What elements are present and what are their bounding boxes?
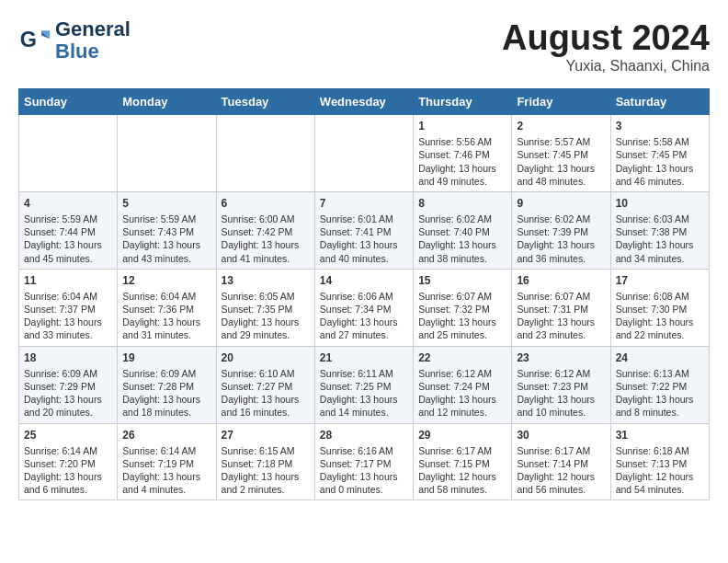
day-cell: 15Sunrise: 6:07 AMSunset: 7:32 PMDayligh… <box>414 269 512 346</box>
day-info: Sunrise: 6:12 AM <box>418 367 506 380</box>
day-info: Daylight: 12 hours <box>517 470 605 483</box>
day-info: and 27 minutes. <box>320 328 408 341</box>
day-info: Daylight: 13 hours <box>616 316 704 328</box>
day-info: Sunrise: 6:15 AM <box>222 444 310 457</box>
header-cell-thursday: Thursday <box>414 89 512 115</box>
day-number: 22 <box>418 350 506 365</box>
day-cell <box>314 115 413 192</box>
day-cell: 5Sunrise: 5:59 AMSunset: 7:43 PMDaylight… <box>118 191 216 269</box>
day-info: Sunset: 7:42 PM <box>222 225 310 238</box>
header-cell-monday: Monday <box>118 89 216 115</box>
day-cell: 8Sunrise: 6:02 AMSunset: 7:40 PMDaylight… <box>414 191 512 269</box>
week-row-4: 18Sunrise: 6:09 AMSunset: 7:29 PMDayligh… <box>19 346 710 423</box>
day-info: Sunset: 7:35 PM <box>222 303 310 316</box>
day-info: Sunrise: 6:17 AM <box>418 444 506 457</box>
day-number: 12 <box>122 273 210 288</box>
day-info: Daylight: 13 hours <box>122 238 210 251</box>
day-info: and 18 minutes. <box>122 406 210 419</box>
logo-text: General Blue <box>55 18 131 63</box>
day-info: Sunset: 7:37 PM <box>24 303 112 316</box>
svg-text:G: G <box>20 28 37 52</box>
day-cell: 21Sunrise: 6:11 AMSunset: 7:25 PMDayligh… <box>314 346 413 423</box>
day-info: Sunset: 7:43 PM <box>122 225 210 238</box>
day-info: Sunrise: 6:12 AM <box>517 367 605 380</box>
day-info: Sunset: 7:22 PM <box>616 380 704 393</box>
day-info: Daylight: 13 hours <box>222 316 310 328</box>
day-cell <box>19 115 118 192</box>
day-info: Sunset: 7:38 PM <box>616 225 704 238</box>
day-info: Sunset: 7:34 PM <box>320 303 408 316</box>
day-number: 16 <box>517 273 605 288</box>
day-cell: 22Sunrise: 6:12 AMSunset: 7:24 PMDayligh… <box>414 346 512 423</box>
day-cell: 28Sunrise: 6:16 AMSunset: 7:17 PMDayligh… <box>314 423 413 500</box>
day-info: and 29 minutes. <box>222 328 310 341</box>
day-info: Sunrise: 6:09 AM <box>122 367 210 380</box>
calendar-table: SundayMondayTuesdayWednesdayThursdayFrid… <box>18 88 710 500</box>
day-cell: 4Sunrise: 5:59 AMSunset: 7:44 PMDaylight… <box>19 191 118 269</box>
day-info: and 8 minutes. <box>616 406 704 419</box>
day-info: and 12 minutes. <box>418 406 506 419</box>
day-info: and 38 minutes. <box>418 252 506 265</box>
day-info: and 34 minutes. <box>616 252 704 265</box>
day-info: Sunrise: 6:14 AM <box>122 444 210 457</box>
day-info: Daylight: 13 hours <box>517 162 605 175</box>
day-info: and 54 minutes. <box>616 483 704 496</box>
day-info: Sunset: 7:31 PM <box>517 303 605 316</box>
day-number: 8 <box>418 196 506 211</box>
day-info: and 43 minutes. <box>122 252 210 265</box>
day-info: Sunset: 7:27 PM <box>222 380 310 393</box>
day-info: Sunset: 7:24 PM <box>418 380 506 393</box>
calendar-body: 1Sunrise: 5:56 AMSunset: 7:46 PMDaylight… <box>19 115 710 500</box>
day-info: and 2 minutes. <box>222 483 310 496</box>
logo: G General Blue <box>18 18 131 63</box>
day-info: Sunrise: 6:02 AM <box>517 213 605 225</box>
day-info: and 45 minutes. <box>24 252 112 265</box>
day-info: and 10 minutes. <box>517 406 605 419</box>
day-number: 7 <box>320 196 408 211</box>
day-cell: 25Sunrise: 6:14 AMSunset: 7:20 PMDayligh… <box>19 423 118 500</box>
day-info: Sunrise: 6:02 AM <box>418 213 506 225</box>
day-info: and 56 minutes. <box>517 483 605 496</box>
day-number: 1 <box>418 119 506 133</box>
day-info: Daylight: 13 hours <box>122 316 210 328</box>
day-number: 30 <box>517 428 605 442</box>
day-info: Sunrise: 6:14 AM <box>24 444 112 457</box>
day-info: Daylight: 13 hours <box>24 470 112 483</box>
day-info: Sunset: 7:25 PM <box>320 380 408 393</box>
day-info: Daylight: 13 hours <box>24 238 112 251</box>
day-cell: 11Sunrise: 6:04 AMSunset: 7:37 PMDayligh… <box>19 269 118 346</box>
day-number: 25 <box>24 428 112 442</box>
day-number: 20 <box>222 350 310 365</box>
week-row-3: 11Sunrise: 6:04 AMSunset: 7:37 PMDayligh… <box>19 269 710 346</box>
day-info: Daylight: 13 hours <box>320 316 408 328</box>
header-cell-wednesday: Wednesday <box>314 89 413 115</box>
day-cell: 20Sunrise: 6:10 AMSunset: 7:27 PMDayligh… <box>216 346 314 423</box>
week-row-5: 25Sunrise: 6:14 AMSunset: 7:20 PMDayligh… <box>19 423 710 500</box>
day-number: 18 <box>24 350 112 365</box>
day-info: Daylight: 13 hours <box>222 470 310 483</box>
day-number: 9 <box>517 196 605 211</box>
calendar-header: SundayMondayTuesdayWednesdayThursdayFrid… <box>19 89 710 115</box>
day-cell <box>118 115 216 192</box>
day-info: Sunset: 7:17 PM <box>320 457 408 470</box>
day-number: 14 <box>320 273 408 288</box>
header-row: SundayMondayTuesdayWednesdayThursdayFrid… <box>19 89 710 115</box>
day-number: 27 <box>222 428 310 442</box>
day-info: and 31 minutes. <box>122 328 210 341</box>
header-cell-friday: Friday <box>512 89 610 115</box>
day-info: and 22 minutes. <box>616 328 704 341</box>
day-info: Sunrise: 5:59 AM <box>24 213 112 225</box>
day-info: and 33 minutes. <box>24 328 112 341</box>
header-cell-tuesday: Tuesday <box>216 89 314 115</box>
day-info: Sunrise: 6:08 AM <box>616 290 704 303</box>
day-number: 3 <box>616 119 704 133</box>
day-info: Daylight: 13 hours <box>616 238 704 251</box>
day-info: and 48 minutes. <box>517 175 605 188</box>
day-cell: 2Sunrise: 5:57 AMSunset: 7:45 PMDaylight… <box>512 115 610 192</box>
day-info: Sunrise: 6:16 AM <box>320 444 408 457</box>
page-header: G General Blue August 2024 Yuxia, Shaanx… <box>18 18 710 75</box>
day-info: and 25 minutes. <box>418 328 506 341</box>
day-info: Daylight: 13 hours <box>418 316 506 328</box>
day-info: and 23 minutes. <box>517 328 605 341</box>
day-cell: 7Sunrise: 6:01 AMSunset: 7:41 PMDaylight… <box>314 191 413 269</box>
